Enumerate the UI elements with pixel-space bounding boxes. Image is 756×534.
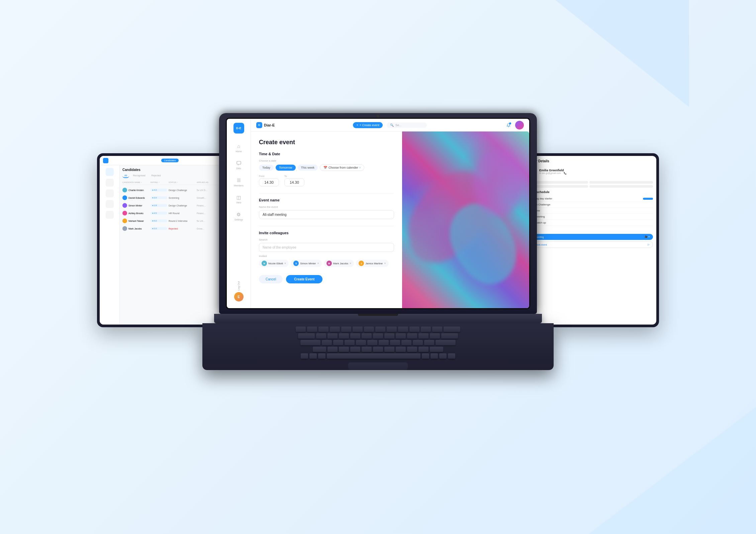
rt-add-work-button[interactable]: Add to work event ▷ (525, 241, 653, 248)
rt-start-meeting-button[interactable]: Start a meeting 🎥 ≡ (525, 234, 653, 240)
key (341, 327, 351, 332)
marble-background (402, 131, 529, 308)
time-date-section: Time & Date Choose a date Today Tomorrow… (259, 152, 394, 186)
key (356, 340, 366, 345)
cancel-button[interactable]: Cancel (259, 275, 283, 283)
home-icon: ⌂ (235, 143, 242, 150)
key (441, 333, 458, 339)
invite-remove-mark[interactable]: × (350, 262, 351, 265)
divider-1 (259, 193, 394, 193)
event-name-input-label: Name the event (259, 205, 394, 208)
sidebar-item-home[interactable]: ⌂ Home (234, 140, 244, 155)
key (379, 340, 389, 345)
invite-name-janice: Janice Martine (365, 262, 383, 265)
to-time-group: To 14.30 (284, 175, 304, 186)
key (322, 340, 332, 345)
laptop-main: D-E ⌂ Home (219, 113, 537, 370)
sidebar-logo-text: D-E (236, 126, 242, 130)
topbar-search[interactable]: 🔍 Se... (387, 122, 427, 128)
key (350, 347, 360, 352)
rt-sched-label: Morning day starter (529, 197, 641, 200)
lt-sidebar-item (106, 189, 114, 197)
key (424, 340, 434, 345)
key (390, 340, 400, 345)
key (339, 347, 349, 352)
lt-tab-recognised[interactable]: Recognised (131, 174, 148, 178)
trackpad[interactable] (348, 362, 408, 370)
calendar-button[interactable]: 📅 Choose from calender › (320, 164, 364, 171)
sidebar-item-view[interactable]: ◫ View (234, 191, 244, 206)
key (301, 353, 308, 359)
lt-create-button[interactable]: Candidates (161, 159, 178, 162)
key (407, 333, 417, 339)
rt-sched-label: Daily catch up (529, 221, 653, 224)
rt-heading: Member Details (525, 159, 653, 163)
from-time-input[interactable]: 14.30 (259, 178, 279, 186)
tomorrow-button[interactable]: Tomorrow (276, 165, 296, 171)
key (398, 327, 408, 332)
logout-label[interactable]: Log Out (237, 281, 240, 290)
invite-name-simon: Simon Minter (300, 262, 316, 265)
calendar-icon: 📅 (323, 166, 327, 169)
tablet-right-screen: Member Details Emilia Greenfield ✉ em.gr… (521, 156, 656, 325)
laptop-base (214, 314, 542, 323)
key (339, 333, 349, 339)
rt-schedule-item: Interview (525, 208, 653, 214)
invite-section: Invite colleagues Search Invited (259, 231, 394, 267)
today-button[interactable]: Today (259, 165, 274, 171)
key (333, 340, 343, 345)
topbar-user-avatar (515, 121, 524, 129)
search-label: Search (259, 238, 394, 241)
keyboard-row-2 (227, 333, 529, 339)
create-event-button[interactable]: Create Event (286, 275, 322, 283)
sidebar-nav: ⌂ Home (234, 140, 244, 284)
key (375, 327, 385, 332)
key (316, 333, 326, 339)
to-time-input[interactable]: 14.30 (284, 178, 304, 186)
key (307, 327, 317, 332)
topbar-search-placeholder: Se... (395, 123, 402, 127)
key (401, 340, 411, 345)
key (296, 327, 306, 332)
lt-sidebar-item (106, 168, 114, 176)
key (396, 333, 406, 339)
topbar-create-button[interactable]: + + Create event (353, 122, 383, 128)
key (396, 347, 406, 352)
rt-fields (525, 181, 653, 188)
sidebar-avatar: E (234, 292, 244, 301)
event-name-title: Event name (259, 198, 394, 202)
sidebar-item-settings[interactable]: ⚙ Settings (234, 208, 244, 224)
sidebar-item-dms[interactable]: DMs (234, 157, 244, 172)
key (430, 333, 440, 339)
lt-tab-all[interactable]: All (122, 174, 129, 178)
divider-2 (259, 226, 394, 226)
rt-user-info: Emilia Greenfield ✉ em.gr@gmail.com 📞 (539, 169, 567, 175)
topbar-notification[interactable] (505, 122, 512, 128)
key (318, 327, 328, 332)
right-panel (402, 131, 529, 308)
sidebar-item-members[interactable]: Members (234, 174, 244, 189)
key (431, 353, 438, 359)
lt-tab-rejected[interactable]: Rejected (150, 174, 163, 178)
app-container: D-E ⌂ Home (227, 119, 529, 308)
invite-avatar-janice: J (359, 261, 364, 266)
form-panel: Create event Time & Date Choose a date T… (251, 131, 402, 308)
lt-sidebar-item (106, 179, 114, 187)
sidebar-logo: D-E (233, 123, 244, 134)
invite-remove-simon[interactable]: × (317, 262, 319, 265)
event-name-input[interactable] (259, 210, 394, 219)
key (350, 333, 360, 339)
lt-logo-icon (103, 158, 108, 163)
sidebar-bottom: Log Out E (234, 284, 243, 304)
invite-remove-nicole[interactable]: × (284, 262, 286, 265)
settings-icon: ⚙ (235, 211, 242, 218)
from-time-group: From 14.30 (259, 175, 279, 186)
invite-title: Invite colleagues (259, 231, 394, 235)
event-name-section: Event name Name the event (259, 198, 394, 219)
invite-remove-janice[interactable]: × (384, 262, 386, 265)
this-week-button[interactable]: This week (298, 165, 318, 171)
key (298, 333, 315, 339)
search-employee-input[interactable] (259, 243, 394, 252)
invite-chip-nicole: N Nicole Elliott × (259, 260, 289, 267)
laptop-screen-bezel: D-E ⌂ Home (226, 118, 530, 309)
